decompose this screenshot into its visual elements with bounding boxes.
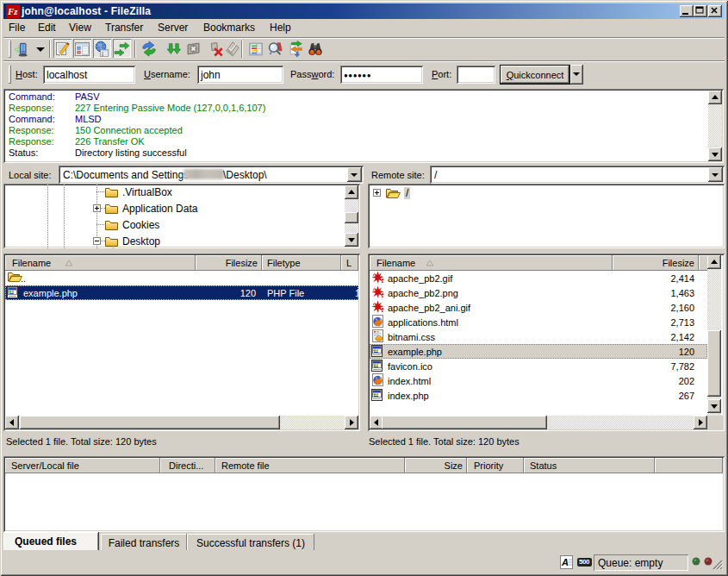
svg-text:Fz: Fz	[7, 6, 18, 16]
